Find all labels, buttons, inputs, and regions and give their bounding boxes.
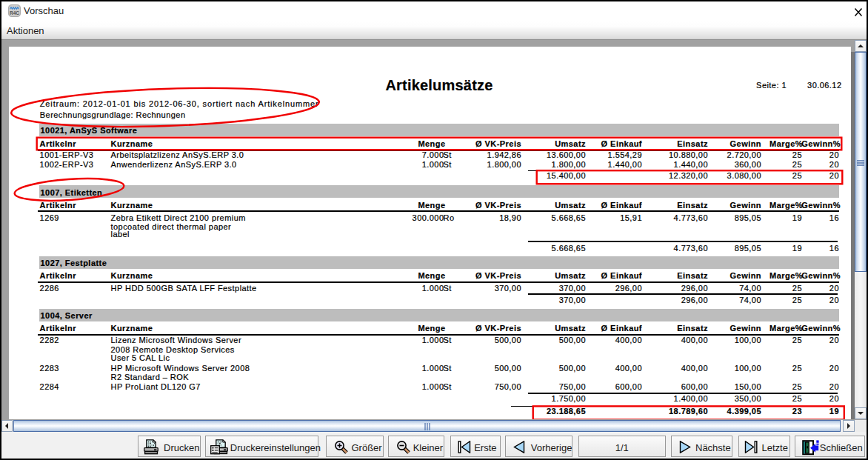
svg-text:R4C: R4C (10, 10, 19, 16)
